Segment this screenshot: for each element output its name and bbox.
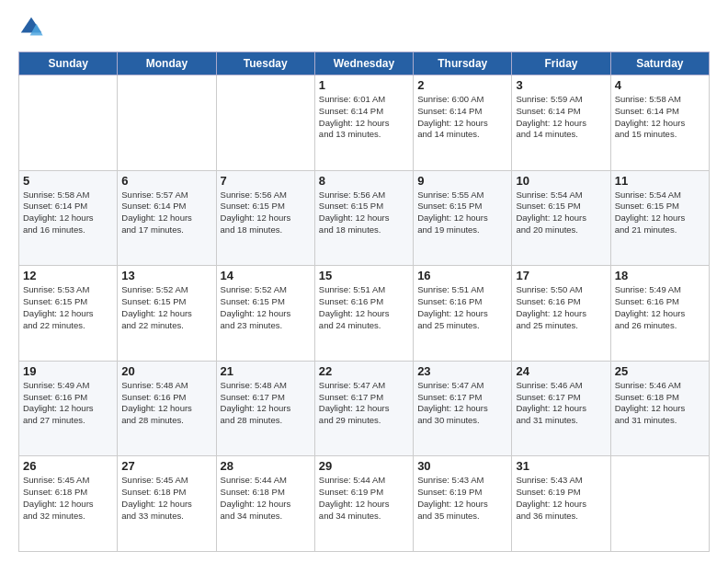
day-info: Sunrise: 5:43 AM Sunset: 6:19 PM Dayligh…	[516, 475, 606, 522]
calendar-cell: 28Sunrise: 5:44 AM Sunset: 6:18 PM Dayli…	[216, 456, 314, 552]
calendar-week-1: 1Sunrise: 6:01 AM Sunset: 6:14 PM Daylig…	[19, 75, 710, 171]
calendar-cell: 24Sunrise: 5:46 AM Sunset: 6:17 PM Dayli…	[512, 361, 610, 456]
day-info: Sunrise: 5:52 AM Sunset: 6:15 PM Dayligh…	[221, 284, 311, 331]
page: SundayMondayTuesdayWednesdayThursdayFrid…	[0, 0, 728, 563]
day-of-week-friday: Friday	[512, 52, 610, 75]
day-info: Sunrise: 5:48 AM Sunset: 6:17 PM Dayligh…	[221, 380, 311, 427]
day-of-week-saturday: Saturday	[610, 52, 709, 75]
day-info: Sunrise: 5:50 AM Sunset: 6:16 PM Dayligh…	[516, 284, 606, 331]
day-info: Sunrise: 5:56 AM Sunset: 6:15 PM Dayligh…	[319, 190, 409, 236]
day-info: Sunrise: 5:45 AM Sunset: 6:18 PM Dayligh…	[23, 475, 113, 522]
day-number: 24	[516, 364, 606, 378]
day-number: 29	[319, 459, 409, 473]
calendar-cell: 19Sunrise: 5:49 AM Sunset: 6:16 PM Dayli…	[19, 361, 118, 456]
day-number: 7	[221, 174, 311, 188]
day-info: Sunrise: 5:48 AM Sunset: 6:16 PM Dayligh…	[121, 380, 211, 427]
day-number: 2	[417, 78, 507, 92]
day-number: 26	[23, 459, 113, 473]
calendar-cell: 21Sunrise: 5:48 AM Sunset: 6:17 PM Dayli…	[216, 361, 314, 456]
calendar-cell: 30Sunrise: 5:43 AM Sunset: 6:19 PM Dayli…	[414, 456, 512, 552]
calendar-cell	[216, 75, 314, 171]
calendar-cell: 1Sunrise: 6:01 AM Sunset: 6:14 PM Daylig…	[314, 75, 413, 171]
calendar-cell: 2Sunrise: 6:00 AM Sunset: 6:14 PM Daylig…	[414, 75, 512, 171]
day-number: 27	[121, 459, 211, 473]
day-info: Sunrise: 5:51 AM Sunset: 6:16 PM Dayligh…	[417, 284, 507, 331]
day-number: 3	[516, 78, 606, 92]
header	[18, 17, 710, 42]
logo	[18, 17, 48, 42]
day-info: Sunrise: 5:52 AM Sunset: 6:15 PM Dayligh…	[121, 284, 211, 331]
day-of-week-sunday: Sunday	[19, 52, 118, 75]
day-number: 20	[121, 364, 211, 378]
day-number: 30	[417, 459, 507, 473]
calendar-cell: 5Sunrise: 5:58 AM Sunset: 6:14 PM Daylig…	[19, 170, 118, 266]
day-info: Sunrise: 5:49 AM Sunset: 6:16 PM Dayligh…	[615, 284, 705, 331]
day-number: 31	[516, 459, 606, 473]
day-info: Sunrise: 5:51 AM Sunset: 6:16 PM Dayligh…	[319, 284, 409, 331]
calendar-cell: 17Sunrise: 5:50 AM Sunset: 6:16 PM Dayli…	[512, 266, 610, 362]
day-number: 10	[516, 174, 606, 188]
day-of-week-tuesday: Tuesday	[216, 52, 314, 75]
day-of-week-thursday: Thursday	[414, 52, 512, 75]
calendar-cell: 11Sunrise: 5:54 AM Sunset: 6:15 PM Dayli…	[610, 170, 709, 266]
day-info: Sunrise: 5:45 AM Sunset: 6:18 PM Dayligh…	[121, 475, 211, 522]
calendar-week-5: 26Sunrise: 5:45 AM Sunset: 6:18 PM Dayli…	[19, 456, 710, 552]
day-info: Sunrise: 5:47 AM Sunset: 6:17 PM Dayligh…	[319, 380, 409, 427]
calendar-cell: 12Sunrise: 5:53 AM Sunset: 6:15 PM Dayli…	[19, 266, 118, 362]
calendar-cell: 22Sunrise: 5:47 AM Sunset: 6:17 PM Dayli…	[314, 361, 413, 456]
calendar-cell: 25Sunrise: 5:46 AM Sunset: 6:18 PM Dayli…	[610, 361, 709, 456]
day-number: 9	[417, 174, 507, 188]
day-info: Sunrise: 5:57 AM Sunset: 6:14 PM Dayligh…	[121, 190, 211, 236]
calendar-cell: 20Sunrise: 5:48 AM Sunset: 6:16 PM Dayli…	[118, 361, 216, 456]
day-number: 4	[615, 78, 705, 92]
day-number: 19	[23, 364, 113, 378]
day-info: Sunrise: 5:59 AM Sunset: 6:14 PM Dayligh…	[516, 94, 606, 141]
calendar-cell: 23Sunrise: 5:47 AM Sunset: 6:17 PM Dayli…	[414, 361, 512, 456]
day-info: Sunrise: 5:46 AM Sunset: 6:17 PM Dayligh…	[516, 380, 606, 427]
calendar-week-4: 19Sunrise: 5:49 AM Sunset: 6:16 PM Dayli…	[19, 361, 710, 456]
calendar-cell: 29Sunrise: 5:44 AM Sunset: 6:19 PM Dayli…	[314, 456, 413, 552]
calendar-cell	[610, 456, 709, 552]
calendar-cell: 4Sunrise: 5:58 AM Sunset: 6:14 PM Daylig…	[610, 75, 709, 171]
calendar-table: SundayMondayTuesdayWednesdayThursdayFrid…	[18, 52, 710, 552]
day-number: 1	[319, 78, 409, 92]
day-number: 18	[615, 269, 705, 282]
day-number: 12	[23, 269, 113, 282]
calendar-cell: 18Sunrise: 5:49 AM Sunset: 6:16 PM Dayli…	[610, 266, 709, 362]
calendar-cell: 7Sunrise: 5:56 AM Sunset: 6:15 PM Daylig…	[216, 170, 314, 266]
day-info: Sunrise: 5:49 AM Sunset: 6:16 PM Dayligh…	[23, 380, 113, 427]
day-info: Sunrise: 5:54 AM Sunset: 6:15 PM Dayligh…	[615, 190, 705, 236]
calendar-cell: 27Sunrise: 5:45 AM Sunset: 6:18 PM Dayli…	[118, 456, 216, 552]
day-info: Sunrise: 5:54 AM Sunset: 6:15 PM Dayligh…	[516, 190, 606, 236]
calendar-cell: 16Sunrise: 5:51 AM Sunset: 6:16 PM Dayli…	[414, 266, 512, 362]
day-number: 16	[417, 269, 507, 282]
day-number: 21	[221, 364, 311, 378]
logo-icon	[18, 15, 44, 40]
day-info: Sunrise: 5:44 AM Sunset: 6:19 PM Dayligh…	[319, 475, 409, 522]
day-number: 28	[221, 459, 311, 473]
day-number: 22	[319, 364, 409, 378]
day-info: Sunrise: 6:01 AM Sunset: 6:14 PM Dayligh…	[319, 94, 409, 141]
day-number: 5	[23, 174, 113, 188]
day-number: 14	[221, 269, 311, 282]
calendar-cell: 3Sunrise: 5:59 AM Sunset: 6:14 PM Daylig…	[512, 75, 610, 171]
calendar-cell: 6Sunrise: 5:57 AM Sunset: 6:14 PM Daylig…	[118, 170, 216, 266]
calendar-cell: 15Sunrise: 5:51 AM Sunset: 6:16 PM Dayli…	[314, 266, 413, 362]
calendar-week-3: 12Sunrise: 5:53 AM Sunset: 6:15 PM Dayli…	[19, 266, 710, 362]
day-of-week-monday: Monday	[118, 52, 216, 75]
calendar-cell: 10Sunrise: 5:54 AM Sunset: 6:15 PM Dayli…	[512, 170, 610, 266]
calendar-cell: 14Sunrise: 5:52 AM Sunset: 6:15 PM Dayli…	[216, 266, 314, 362]
calendar-cell: 26Sunrise: 5:45 AM Sunset: 6:18 PM Dayli…	[19, 456, 118, 552]
day-info: Sunrise: 5:43 AM Sunset: 6:19 PM Dayligh…	[417, 475, 507, 522]
day-info: Sunrise: 5:46 AM Sunset: 6:18 PM Dayligh…	[615, 380, 705, 427]
calendar-header-row: SundayMondayTuesdayWednesdayThursdayFrid…	[19, 52, 710, 75]
day-number: 25	[615, 364, 705, 378]
day-number: 23	[417, 364, 507, 378]
day-number: 17	[516, 269, 606, 282]
day-number: 13	[121, 269, 211, 282]
day-info: Sunrise: 5:56 AM Sunset: 6:15 PM Dayligh…	[221, 190, 311, 236]
day-info: Sunrise: 5:58 AM Sunset: 6:14 PM Dayligh…	[615, 94, 705, 141]
calendar-cell: 31Sunrise: 5:43 AM Sunset: 6:19 PM Dayli…	[512, 456, 610, 552]
day-info: Sunrise: 5:58 AM Sunset: 6:14 PM Dayligh…	[23, 190, 113, 236]
calendar-cell: 8Sunrise: 5:56 AM Sunset: 6:15 PM Daylig…	[314, 170, 413, 266]
